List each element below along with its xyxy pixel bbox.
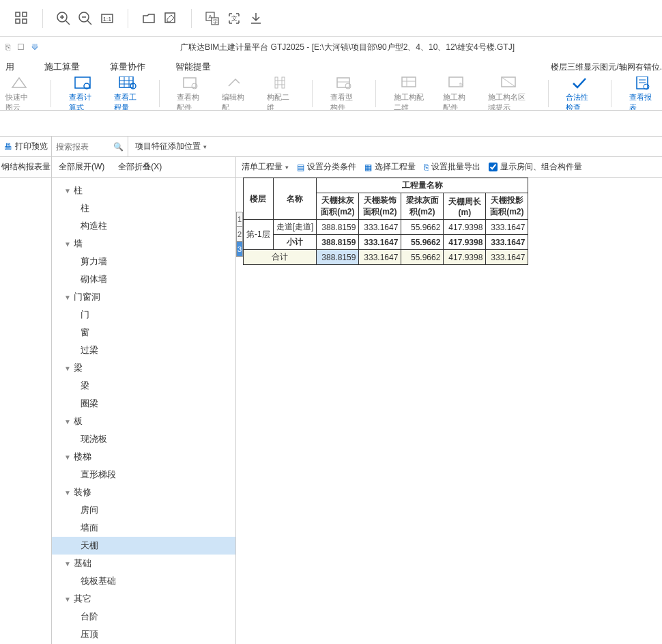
- col-3: 天棚周长(m): [444, 193, 486, 220]
- ribbon-view-formula[interactable]: 查看计算式: [69, 76, 96, 111]
- edit-icon[interactable]: [162, 10, 179, 27]
- set-classify-button[interactable]: ▤ 设置分类条件: [297, 161, 356, 173]
- tree-leaf[interactable]: 现浇板: [52, 430, 235, 448]
- svg-rect-34: [337, 78, 349, 87]
- grid-icon: ▦: [364, 163, 372, 172]
- print-preview-button[interactable]: 🖶 打印预览: [0, 137, 52, 156]
- col-2: 梁抹灰面积(m2): [401, 193, 444, 220]
- menu-item-4[interactable]: 智能提量: [170, 61, 216, 73]
- tree-group[interactable]: ▼ 板: [52, 412, 235, 430]
- subtotal-row[interactable]: 小计 388.8159 333.1647 55.9662 417.9398 33…: [244, 235, 528, 250]
- left-column: 钢结构报表量: [0, 157, 52, 644]
- fit-width-icon[interactable]: 1:1: [99, 10, 115, 27]
- ribbon-r4[interactable]: 查看构配件: [177, 76, 204, 111]
- ribbon-validity-check[interactable]: 合法性检查: [566, 76, 593, 111]
- search-icon[interactable]: 🔍: [113, 142, 124, 152]
- ribbon-r9[interactable]: fx 施工构配件: [443, 76, 470, 111]
- tree-leaf[interactable]: 柱: [52, 199, 235, 217]
- tree-group[interactable]: ▼ 楼梯: [52, 448, 235, 466]
- col-name: 名称: [273, 178, 317, 220]
- menu-item-2[interactable]: 施工算量: [39, 61, 85, 73]
- show-room-checkbox[interactable]: 显示房间、组合构件量: [489, 161, 582, 173]
- ribbon-view-qty[interactable]: 查看工程量: [114, 76, 141, 111]
- clear-qty-dropdown[interactable]: 清单工程量 ▾: [242, 161, 289, 173]
- feature-position-dropdown[interactable]: 项目特征添加位置 ▾: [128, 141, 214, 152]
- menu-item-3[interactable]: 算量协作: [104, 61, 151, 73]
- ribbon-quick-cloud[interactable]: 快速中图云: [5, 76, 33, 111]
- subtotal-label: 小计: [273, 235, 317, 250]
- ribbon-r8[interactable]: 施工构配二维: [394, 76, 425, 111]
- cell-floor: 第-1层: [244, 220, 274, 250]
- tree-group[interactable]: ▼ 梁: [52, 359, 235, 377]
- titlebar-icon-2[interactable]: ☐: [17, 42, 25, 52]
- col-0: 天棚抹灰面积(m2): [317, 193, 359, 220]
- titlebar-icon-1[interactable]: ⎘: [5, 42, 10, 52]
- collapse-all-button[interactable]: 全部折叠(X): [111, 161, 169, 173]
- download-icon[interactable]: [248, 10, 264, 27]
- svg-rect-28: [184, 78, 196, 87]
- list-icon: ▤: [297, 163, 304, 172]
- expand-all-button[interactable]: 全部展开(W): [52, 161, 111, 173]
- rownum-3[interactable]: 3: [236, 242, 243, 257]
- total-row[interactable]: 合计 388.8159 333.1647 55.9662 417.9398 33…: [244, 250, 528, 265]
- ribbon-r6[interactable]: 构配二维: [267, 76, 294, 111]
- tree-leaf[interactable]: 墙面: [52, 519, 235, 537]
- title-bar: ⎘ ☐ ⟱ 广联达BIM土建计量平台 GTJ2025 - [E:\大河镇\项目部…: [0, 37, 662, 57]
- export-icon: ⎘: [424, 163, 429, 172]
- tree-group[interactable]: ▼ 墙: [52, 235, 235, 253]
- rownum-1[interactable]: 1: [236, 212, 243, 227]
- translate-a-icon[interactable]: A字: [204, 10, 220, 27]
- menu-item-1[interactable]: 用: [0, 61, 20, 73]
- main-area: 钢结构报表量 全部展开(W) 全部折叠(X) ▼ 柱柱构造柱▼ 墙剪力墙砌体墙▼…: [0, 157, 662, 644]
- rownum-2[interactable]: 2: [236, 227, 243, 242]
- show-room-input[interactable]: [489, 163, 498, 171]
- tree-leaf[interactable]: 剪力墙: [52, 253, 235, 270]
- data-row[interactable]: 第-1层 走道[走道] 388.8159 333.1647 55.9662 41…: [244, 220, 528, 235]
- select-qty-button[interactable]: ▦ 选择工程量: [364, 161, 416, 173]
- tree-leaf[interactable]: 筏板基础: [52, 572, 235, 590]
- tree-leaf[interactable]: 窗: [52, 324, 235, 341]
- tree-leaf[interactable]: 房间: [52, 501, 235, 519]
- tree-leaf[interactable]: 天棚: [52, 537, 235, 555]
- tree-leaf[interactable]: 构造柱: [52, 217, 235, 235]
- tree-leaf[interactable]: 门: [52, 306, 235, 324]
- zoom-in-icon[interactable]: [55, 10, 72, 27]
- tree-leaf[interactable]: 压顶: [52, 626, 235, 643]
- tree-group[interactable]: ▼ 其它: [52, 590, 235, 608]
- data-table: 楼层 名称 工程量名称 天棚抹灰面积(m2) 天棚装饰面积(m2) 梁抹灰面积(…: [243, 178, 528, 265]
- tree-leaf[interactable]: 台阶: [52, 608, 235, 626]
- col-group: 工程量名称: [317, 178, 528, 193]
- left-tab[interactable]: 钢结构报表量: [0, 157, 51, 178]
- search-report-field[interactable]: 🔍: [52, 137, 128, 156]
- ribbon-r5[interactable]: 编辑构配: [222, 76, 249, 111]
- tree-leaf[interactable]: 砌体墙: [52, 270, 235, 288]
- tree-leaf[interactable]: 过梁: [52, 341, 235, 359]
- tree-leaf[interactable]: 直形梯段: [52, 466, 235, 484]
- tree-body: ▼ 柱柱构造柱▼ 墙剪力墙砌体墙▼ 门窗洞门窗过梁▼ 梁梁圈梁▼ 板现浇板▼ 楼…: [52, 178, 235, 644]
- apps-icon[interactable]: [14, 10, 30, 27]
- tree-leaf[interactable]: 梁: [52, 377, 235, 395]
- tree-leaf[interactable]: 圈梁: [52, 395, 235, 412]
- zoom-out-icon[interactable]: [77, 10, 93, 27]
- tree-group[interactable]: ▼ 基础: [52, 555, 235, 572]
- ribbon-view-report[interactable]: 查看报表: [629, 76, 657, 111]
- ribbon-r10[interactable]: 施工构名区域提示: [488, 76, 530, 111]
- col-4: 天棚投影面积(m2): [486, 193, 528, 220]
- svg-text:文: 文: [231, 15, 238, 22]
- svg-line-43: [502, 77, 515, 87]
- tree-group[interactable]: ▼ 柱: [52, 182, 235, 199]
- tree-group[interactable]: ▼ 装修: [52, 484, 235, 501]
- open-icon[interactable]: [141, 10, 157, 27]
- svg-rect-0: [16, 12, 20, 16]
- svg-rect-3: [23, 19, 27, 23]
- titlebar-icon-3[interactable]: ⟱: [31, 42, 38, 52]
- menu-bar: 用 施工算量 算量协作 智能提量 楼层三维显示图元/轴网有错位.: [0, 57, 662, 76]
- svg-point-29: [192, 83, 197, 89]
- batch-export-button[interactable]: ⎘ 设置批量导出: [424, 161, 480, 173]
- search-input[interactable]: [56, 142, 111, 152]
- svg-rect-2: [16, 19, 20, 23]
- caret-down-icon: ▼: [64, 560, 71, 568]
- tree-group[interactable]: ▼ 门窗洞: [52, 288, 235, 306]
- ribbon-r7[interactable]: 查看型构件: [330, 76, 358, 111]
- translate-x-icon[interactable]: 文: [226, 10, 242, 27]
